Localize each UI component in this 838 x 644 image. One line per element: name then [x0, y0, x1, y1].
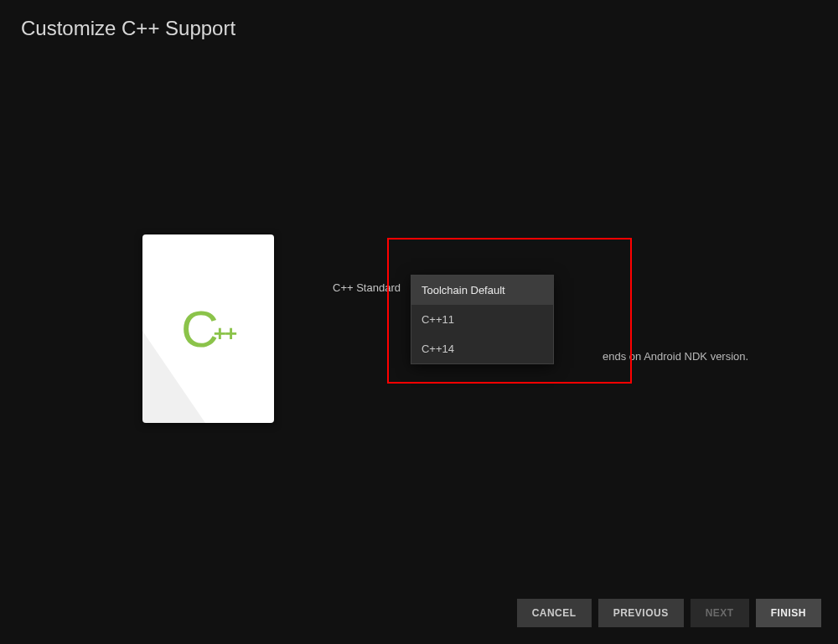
cpp-illustration-card: C ++: [142, 234, 274, 423]
cpp-standard-dropdown[interactable]: Toolchain Default C++11 C++14: [411, 275, 554, 364]
card-fold-decoration: [142, 331, 205, 423]
page-title: Customize C++ Support: [21, 17, 235, 40]
wizard-button-bar: CANCEL PREVIOUS NEXT FINISH: [517, 599, 821, 627]
dropdown-option-cpp11[interactable]: C++11: [411, 305, 553, 334]
cpp-logo-suffix: ++: [214, 321, 235, 347]
cancel-button[interactable]: CANCEL: [517, 599, 592, 627]
previous-button[interactable]: PREVIOUS: [598, 599, 684, 627]
dropdown-option-cpp14[interactable]: C++14: [411, 334, 553, 363]
next-button: NEXT: [691, 599, 749, 627]
form-area: C++ Standard Toolchain Default C++11 C++…: [333, 275, 813, 364]
dropdown-option-toolchain-default[interactable]: Toolchain Default: [411, 276, 553, 305]
finish-button[interactable]: FINISH: [756, 599, 821, 627]
content-area: C ++ C++ Standard Toolchain Default C++1…: [142, 234, 813, 423]
cpp-standard-helper-text: ends on Android NDK version.: [603, 350, 748, 363]
cpp-standard-label: C++ Standard: [333, 281, 401, 294]
